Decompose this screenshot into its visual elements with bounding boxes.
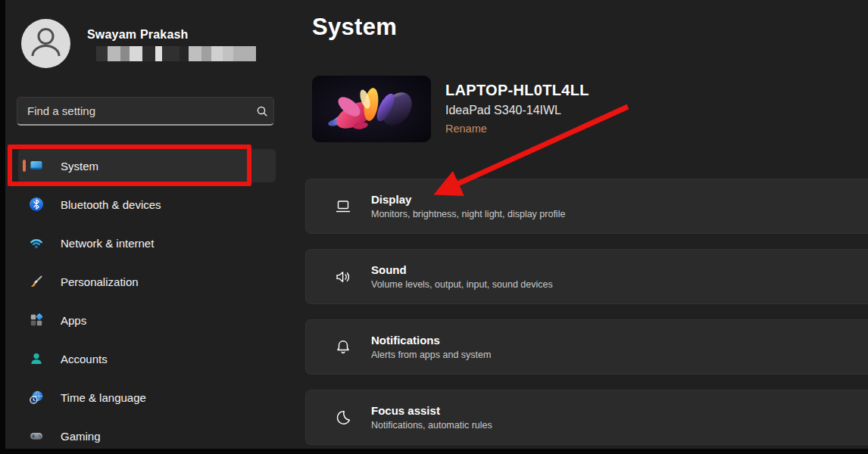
row-subtitle: Monitors, brightness, night light, displ… — [371, 209, 565, 219]
page-title: System — [312, 14, 397, 41]
speaker-icon — [333, 267, 353, 287]
search-input[interactable] — [17, 104, 251, 117]
settings-row-display[interactable]: Display Monitors, brightness, night ligh… — [305, 179, 868, 234]
sidebar: Swayam Prakash System — [0, 0, 303, 454]
sidebar-item-label: Gaming — [61, 430, 101, 443]
row-title: Notifications — [371, 334, 491, 347]
avatar[interactable] — [21, 19, 70, 68]
crescent-moon-icon — [333, 408, 353, 428]
device-model: IdeaPad S340-14IWL — [445, 104, 561, 117]
paintbrush-icon — [29, 274, 44, 289]
search-icon[interactable] — [251, 104, 273, 118]
device-name: LAPTOP-HL0TL4LL — [445, 82, 589, 99]
row-title: Focus assist — [371, 404, 492, 417]
sidebar-item-apps[interactable]: Apps — [18, 303, 276, 337]
settings-window: Swayam Prakash System — [0, 0, 868, 454]
sidebar-item-label: Apps — [61, 314, 86, 327]
time-language-icon — [29, 390, 44, 405]
row-title: Display — [371, 193, 565, 206]
display-icon — [333, 197, 353, 216]
row-subtitle: Notifications, automatic rules — [371, 420, 492, 431]
sidebar-item-label: Network & internet — [61, 237, 154, 250]
screenshot-edge-bottom — [0, 449, 868, 454]
apps-icon — [29, 313, 44, 328]
sidebar-item-label: Bluetooth & devices — [61, 198, 161, 211]
account-person-icon — [29, 351, 44, 366]
row-subtitle: Volume levels, output, input, sound devi… — [371, 279, 553, 290]
gamepad-icon — [29, 428, 44, 443]
settings-row-focus-assist[interactable]: Focus assist Notifications, automatic ru… — [305, 390, 868, 445]
sidebar-item-accounts[interactable]: Accounts — [18, 342, 276, 375]
annotation-highlight-box — [8, 145, 251, 186]
sidebar-item-personalization[interactable]: Personalization — [18, 265, 276, 298]
sidebar-item-label: Time & language — [61, 391, 146, 404]
wifi-icon — [29, 235, 44, 250]
person-icon — [21, 17, 70, 70]
row-title: Sound — [371, 263, 553, 276]
device-thumbnail — [312, 76, 431, 142]
sidebar-item-network-internet[interactable]: Network & internet — [18, 226, 276, 260]
search-box[interactable] — [17, 97, 274, 126]
sidebar-item-time-language[interactable]: Time & language — [18, 381, 276, 414]
sidebar-item-label: Personalization — [61, 275, 139, 288]
settings-row-sound[interactable]: Sound Volume levels, output, input, soun… — [305, 249, 868, 304]
rename-link[interactable]: Rename — [445, 123, 487, 135]
row-subtitle: Alerts from apps and system — [371, 350, 491, 360]
bloom-wallpaper-image — [312, 132, 431, 142]
screenshot-edge-left — [0, 0, 5, 454]
settings-row-notifications[interactable]: Notifications Alerts from apps and syste… — [305, 319, 868, 375]
user-name: Swayam Prakash — [87, 28, 189, 42]
bell-icon — [333, 337, 353, 357]
redacted-email — [96, 46, 256, 61]
sidebar-item-label: Accounts — [61, 353, 108, 365]
bluetooth-icon — [29, 197, 44, 212]
sidebar-item-gaming[interactable]: Gaming — [18, 419, 276, 452]
sidebar-item-bluetooth-devices[interactable]: Bluetooth & devices — [18, 188, 276, 221]
